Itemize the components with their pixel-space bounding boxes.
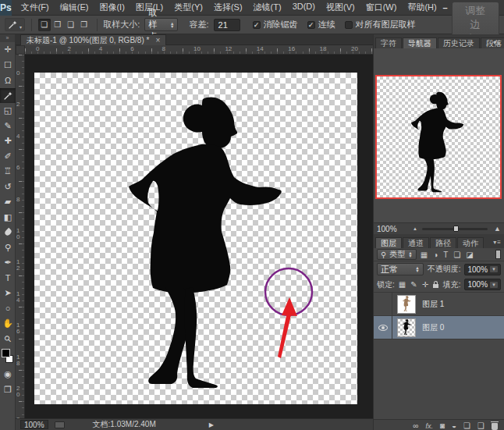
menu-item-window[interactable]: 窗口(W) <box>366 2 397 13</box>
layer-group-icon[interactable]: ❏ <box>463 422 470 430</box>
anti-alias-checkbox-label: 消除锯齿 <box>264 19 298 30</box>
menu-item-view[interactable]: 视图(V) <box>326 2 355 13</box>
sample-all-layers-checkbox[interactable]: 对所有图层取样 <box>345 19 416 30</box>
navigator-preview[interactable] <box>375 75 502 199</box>
fill-input[interactable]: 100% ▼ <box>464 279 501 290</box>
zoom-in-icon[interactable]: ▲ <box>494 225 501 233</box>
lock-paint-icon[interactable]: ✎ <box>410 280 417 289</box>
ruler-number: 14 <box>16 291 22 304</box>
tab-character[interactable]: 字符 <box>375 37 402 48</box>
clone-stamp-tool[interactable]: ♖ <box>0 164 16 179</box>
tolerance-input[interactable]: 21 <box>214 19 240 31</box>
layer-mask-icon[interactable]: ◙ <box>440 422 445 430</box>
move-tool[interactable]: ✛ <box>0 42 16 58</box>
history-brush-tool[interactable]: ↺ <box>0 179 16 195</box>
crop-tool[interactable]: ◱ <box>0 103 16 119</box>
visibility-toggle[interactable] <box>374 293 392 316</box>
new-layer-icon[interactable]: ❑ <box>477 422 484 430</box>
healing-brush-tool[interactable]: ✚ <box>0 133 16 149</box>
intersect-selection-mode[interactable]: ❒ <box>78 19 91 31</box>
menu-item-file[interactable]: 文件(F) <box>21 2 49 13</box>
panel-menu-icon[interactable]: ▾≡ <box>493 39 502 46</box>
menu-item-select[interactable]: 选择(S) <box>214 2 243 13</box>
menu-item-filter[interactable]: 滤镜(T) <box>254 2 282 13</box>
add-selection-mode[interactable]: ❐ <box>51 19 64 31</box>
menu-item-image[interactable]: 图像(I) <box>99 2 124 13</box>
new-selection-mode[interactable]: ❏ <box>38 19 51 31</box>
brush-tool[interactable]: ✐ <box>0 149 16 165</box>
tab-paths[interactable]: 路径 <box>430 237 456 248</box>
foreground-color-swatch[interactable] <box>2 349 10 357</box>
zoom-tool[interactable]: ⚲ <box>0 332 16 347</box>
gradient-tool[interactable]: ◧ <box>0 210 16 226</box>
path-select-tool[interactable]: ➤ <box>0 286 16 301</box>
filter-switch-icon[interactable] <box>495 250 501 259</box>
contiguous-checkbox[interactable]: ✓连续 <box>307 19 335 30</box>
quick-mask-button[interactable]: ◉ <box>0 367 16 382</box>
menu-item-edit[interactable]: 编辑(E) <box>60 2 89 13</box>
layer-thumbnail[interactable] <box>397 318 416 337</box>
marquee-tool[interactable]: ☐ <box>0 58 16 73</box>
panel-menu-icon[interactable]: ▾≡ <box>493 239 502 246</box>
tool-preset-picker[interactable]: ▾ <box>5 18 25 31</box>
layer-row[interactable]: 图层 0 <box>374 316 504 339</box>
sample-size-select[interactable]: 取样点 ▲▼ <box>144 18 178 31</box>
ruler-origin-corner[interactable] <box>16 45 25 55</box>
tab-history[interactable]: 历史记录 <box>438 37 480 48</box>
lasso-tool[interactable]: Ω <box>0 73 16 88</box>
lock-move-icon[interactable]: ✛ <box>422 280 428 289</box>
dodge-tool[interactable]: ⚲ <box>0 240 16 256</box>
layer-row[interactable]: 图层 1 <box>374 293 504 316</box>
layer-filter-select[interactable]: ⚲ 类型 ▲▼ <box>377 249 417 260</box>
filter-smart-objects-icon[interactable]: ◪ <box>466 251 473 259</box>
filter-pixel-layers-icon[interactable]: ▦ <box>421 251 428 259</box>
opacity-input[interactable]: 100% ▼ <box>464 264 501 275</box>
type-tool[interactable]: T <box>0 271 16 286</box>
blend-mode-select[interactable]: 正常 ▲▼ <box>377 263 424 275</box>
tab-layers[interactable]: 图层 <box>375 237 402 248</box>
vertical-ruler[interactable]: 0246810121416182022 <box>16 55 25 430</box>
subtract-selection-mode[interactable]: ❑ <box>65 19 77 31</box>
menu-item-help[interactable]: 帮助(H) <box>407 2 436 13</box>
ruler-number: 18 <box>16 354 22 367</box>
zoom-out-icon[interactable]: ▲ <box>413 226 417 231</box>
horizontal-ruler[interactable]: 02468101214161820 <box>25 45 373 55</box>
magic-wand-tool[interactable] <box>0 88 16 104</box>
pen-tool[interactable]: ✒ <box>0 255 16 271</box>
filter-type-layers-icon[interactable]: T <box>443 251 448 259</box>
status-menu-arrow-icon[interactable]: ▶ <box>209 421 214 428</box>
navigator-zoom-slider[interactable] <box>422 228 488 230</box>
hand-tool[interactable]: ✋ <box>0 316 16 332</box>
filter-shape-layers-icon[interactable]: ❏ <box>453 251 460 259</box>
delete-layer-icon[interactable] <box>492 423 498 430</box>
adjustment-layer-icon[interactable]: ◒ <box>452 422 456 430</box>
canvas[interactable] <box>34 73 357 404</box>
eyedropper-tool[interactable]: ✎ <box>0 119 16 134</box>
layer-effects-icon[interactable]: fx. <box>425 422 433 430</box>
shape-tool[interactable]: ○ <box>0 301 16 317</box>
lock-transparent-icon[interactable]: ▦ <box>399 280 406 289</box>
collapse-tools-icon[interactable]: » <box>0 34 15 42</box>
link-layers-icon[interactable]: ∞ <box>413 422 418 430</box>
tab-actions[interactable]: 动作 <box>457 237 484 248</box>
menu-item-type[interactable]: 类型(Y) <box>174 2 203 13</box>
layer-thumbnail[interactable] <box>397 295 416 314</box>
eraser-tool[interactable]: ▰ <box>0 194 16 210</box>
filter-adjustment-layers-icon[interactable]: ◑ <box>433 251 438 259</box>
anti-alias-checkbox[interactable]: ✓消除锯齿 <box>253 19 298 30</box>
navigator-zoom-input[interactable]: 100% <box>377 225 408 233</box>
screen-mode-button[interactable]: ❐ <box>0 382 16 398</box>
lock-all-icon[interactable] <box>433 284 438 288</box>
close-icon[interactable]: × <box>155 36 160 44</box>
tab-navigator[interactable]: 导航器 <box>403 37 437 48</box>
tool-list: ✛☐Ω◱✎✚✐♖↺▰◧⚲✒T➤○✋⚲ <box>0 42 15 346</box>
status-zoom-input[interactable]: 100% <box>20 420 48 429</box>
color-swatches[interactable] <box>0 348 16 367</box>
blur-tool[interactable] <box>0 225 16 240</box>
ruler-number: 4 <box>99 45 102 52</box>
document-tab[interactable]: 未标题-1 @ 100%(图层 0, RGB/8) * × <box>20 34 166 45</box>
visibility-toggle[interactable] <box>374 316 392 339</box>
tab-channels[interactable]: 通道 <box>403 237 429 248</box>
slider-thumb[interactable] <box>453 226 459 232</box>
menu-item-3d[interactable]: 3D(D) <box>293 2 315 13</box>
